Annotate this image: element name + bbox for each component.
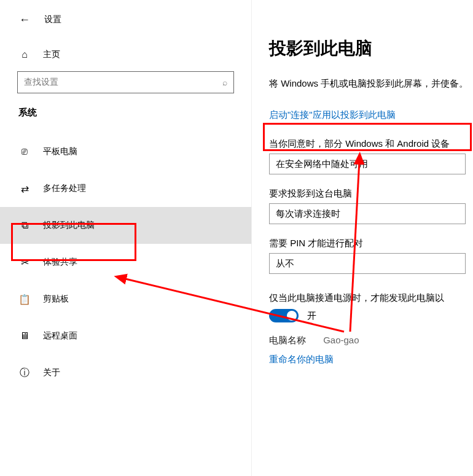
- sidebar-item[interactable]: ⎚平板电脑: [0, 133, 251, 170]
- field3-label: 需要 PIN 才能进行配对: [269, 238, 473, 249]
- sidebar-item[interactable]: 🖥远程桌面: [0, 318, 251, 354]
- nav-icon: ✂: [18, 257, 31, 268]
- nav-label: 远程桌面: [43, 330, 77, 341]
- main-panel: 投影到此电脑 将 Windows 手机或电脑投影到此屏幕，并使备。 启动"连接"…: [252, 0, 473, 476]
- pcname-row: 电脑名称 Gao-gao: [269, 335, 473, 346]
- power-toggle[interactable]: [269, 309, 299, 322]
- nav-icon: ⓘ: [18, 367, 31, 380]
- back-button[interactable]: ←: [12, 7, 37, 32]
- sidebar-item[interactable]: ✂体验共享: [0, 244, 251, 281]
- sidebar-item[interactable]: 📋剪贴板: [0, 281, 251, 318]
- rename-pc-link[interactable]: 重命名你的电脑: [269, 350, 334, 369]
- nav-icon: ⧉: [18, 220, 31, 231]
- home-icon: ⌂: [18, 49, 31, 60]
- home-nav[interactable]: ⌂ 主页: [0, 44, 251, 71]
- nav-label: 剪贴板: [43, 294, 69, 305]
- nav-icon: ⎚: [18, 146, 31, 157]
- power-label: 仅当此电脑接通电源时，才能发现此电脑以: [269, 292, 473, 304]
- nav-label: 关于: [43, 367, 60, 378]
- search-placeholder: 查找设置: [24, 77, 222, 88]
- header: ← 设置: [0, 7, 251, 44]
- field3-dropdown[interactable]: 从不: [269, 253, 466, 274]
- nav-icon: ⇄: [18, 183, 31, 195]
- search-icon: ⌕: [222, 77, 227, 87]
- toggle-row: 开: [269, 309, 473, 322]
- sidebar-item[interactable]: ⇄多任务处理: [0, 170, 251, 207]
- field1-dropdown[interactable]: 在安全网络中随处可用: [269, 154, 466, 174]
- nav-icon: 🖥: [18, 330, 31, 341]
- field2-label: 要求投影到这台电脑: [269, 188, 473, 200]
- nav-label: 多任务处理: [43, 183, 86, 194]
- toggle-label: 开: [307, 310, 316, 322]
- nav-icon: 📋: [18, 294, 31, 305]
- pcname-value: Gao-gao: [323, 335, 359, 345]
- nav-list: ⎚平板电脑⇄多任务处理⧉投影到此电脑✂体验共享📋剪贴板🖥远程桌面ⓘ关于: [0, 133, 251, 391]
- sidebar: ← 设置 ⌂ 主页 查找设置 ⌕ 系统 ⎚平板电脑⇄多任务处理⧉投影到此电脑✂体…: [0, 0, 252, 476]
- nav-label: 体验共享: [43, 257, 77, 268]
- page-title: 投影到此电脑: [269, 37, 473, 60]
- nav-label: 平板电脑: [43, 146, 77, 157]
- search-input[interactable]: 查找设置 ⌕: [17, 71, 234, 93]
- field2-value: 每次请求连接时: [276, 208, 340, 220]
- sidebar-item[interactable]: ⧉投影到此电脑: [0, 207, 251, 244]
- back-arrow-icon: ←: [19, 14, 30, 26]
- search-wrap: 查找设置 ⌕: [0, 71, 251, 107]
- field3-value: 从不: [276, 258, 294, 270]
- nav-label: 投影到此电脑: [43, 220, 95, 231]
- launch-connect-link[interactable]: 启动"连接"应用以投影到此电脑: [269, 106, 396, 125]
- pcname-key: 电脑名称: [269, 335, 306, 345]
- sidebar-item[interactable]: ⓘ关于: [0, 354, 251, 391]
- field2-dropdown[interactable]: 每次请求连接时: [269, 203, 466, 224]
- field1-value: 在安全网络中随处可用: [276, 158, 368, 170]
- settings-title: 设置: [44, 14, 61, 25]
- page-description: 将 Windows 手机或电脑投影到此屏幕，并使备。: [269, 76, 473, 91]
- section-label: 系统: [0, 107, 251, 133]
- home-label: 主页: [43, 49, 60, 60]
- field1-label: 当你同意时，部分 Windows 和 Android 设备: [269, 138, 473, 150]
